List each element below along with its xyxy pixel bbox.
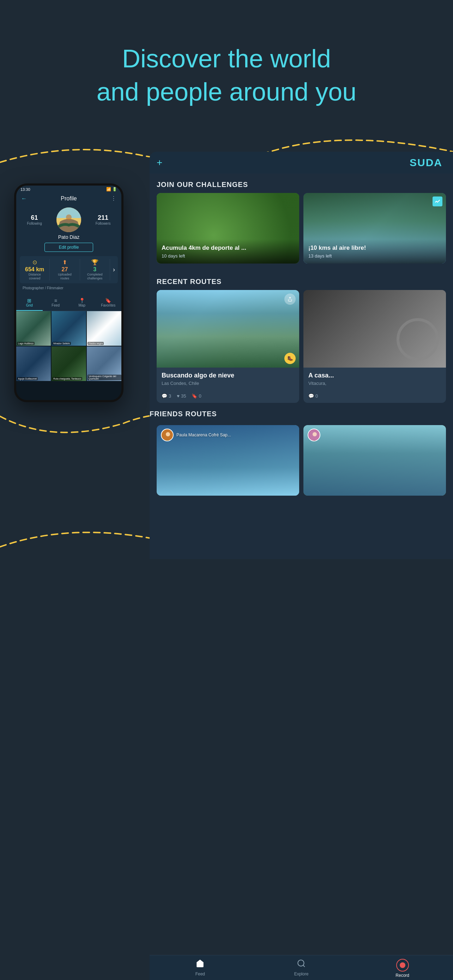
phone-mockup: 13:30 📶 🔋 ← Profile ⋮ 61 Following <box>14 183 124 402</box>
photo-label-6: Ventisquero Colgante del Quehulet <box>87 375 121 380</box>
distance-label: Distancecovered <box>20 273 49 280</box>
routes-row: 🥾 Buscando algo de nieve Las Condes, Chi… <box>149 290 453 410</box>
comment-icon: 💬 <box>162 393 167 399</box>
phone-status-bar: 13:30 📶 🔋 <box>16 186 121 193</box>
tab-feed[interactable]: ≡ Feed <box>43 295 69 311</box>
tab-favorites-label: Favorites <box>101 303 115 307</box>
route-1-title: Buscando algo de nieve <box>162 372 294 379</box>
friend-2-header <box>304 425 446 445</box>
friend-1-header: Paula Macarena Cofré Sap... <box>157 425 299 445</box>
following-count: 61 <box>27 214 41 221</box>
photo-ventisquero[interactable]: Ventisquero Colgante del Quehulet <box>87 347 121 381</box>
challenge-2-overlay: ¡10 kms al aire libre! 13 days left <box>304 239 446 264</box>
followers-count: 211 <box>95 214 111 221</box>
photo-lago-huillinco[interactable]: Lago Huillinco <box>16 311 51 346</box>
recent-routes-title: RECENT ROUTES <box>149 270 453 290</box>
route-2-comments: 💬 0 <box>308 393 318 399</box>
grid-icon: ⊞ <box>17 298 41 303</box>
tab-map[interactable]: 📍 Map <box>69 295 95 311</box>
route-2-image <box>304 290 446 368</box>
phone-tabs: ⊞ Grid ≡ Feed 📍 Map 🔖 Favorites <box>16 295 121 311</box>
hero-title: Discover the world and people around you <box>14 42 439 108</box>
route-1-share-button[interactable] <box>285 294 296 305</box>
phone-frame: 13:30 📶 🔋 ← Profile ⋮ 61 Following <box>14 183 124 402</box>
route-2-location: Vitacura, <box>308 381 441 386</box>
challenge-1-overlay: Acumula 4km de deporte al ... 10 days le… <box>157 239 299 264</box>
route-card-2[interactable]: A casa... Vitacura, 💬 0 <box>304 290 446 403</box>
friends-row: Paula Macarena Cofré Sap... <box>149 425 453 496</box>
svg-point-2 <box>66 215 72 220</box>
like-icon: ♥ <box>177 393 180 399</box>
challenges-row: Acumula 4km de deporte al ... 10 days le… <box>149 193 453 270</box>
svg-point-4 <box>166 432 170 436</box>
upload-icon: ⬆ <box>50 259 79 266</box>
distance-metric: ⊙ 654 km Distancecovered <box>20 259 50 280</box>
bookmark-icon: 🔖 <box>192 393 197 399</box>
challenge-2-title: ¡10 kms al aire libre! <box>308 244 441 252</box>
route-1-likes: ♥ 35 <box>177 393 186 399</box>
challenge-1-title: Acumula 4km de deporte al ... <box>162 244 294 252</box>
tab-feed-label: Feed <box>51 303 60 307</box>
challenges-metric: 🏆 3 Completedchallenges <box>80 259 110 280</box>
tab-grid-label: Grid <box>26 303 33 307</box>
friend-1-name: Paula Macarena Cofré Sap... <box>176 433 231 438</box>
favorites-icon: 🔖 <box>97 298 120 303</box>
edit-profile-button[interactable]: Edit profile <box>45 243 94 252</box>
followers-label: Followers <box>95 221 111 226</box>
svg-point-6 <box>313 432 317 436</box>
route-2-info: A casa... Vitacura, 💬 0 <box>304 368 446 403</box>
route-1-type-badge: 🥾 <box>285 353 296 364</box>
following-stat: 61 Following <box>27 214 41 226</box>
bio-text: Photographer / Filmmaker <box>20 285 118 291</box>
friends-title-text: FRIENDS ROUTES <box>149 410 217 418</box>
route-card-1[interactable]: 🥾 Buscando algo de nieve Las Condes, Chi… <box>157 290 299 403</box>
profile-stats-row: 61 Following 211 Followers <box>20 207 118 232</box>
photo-mirador-selkirk[interactable]: Mirador Selkirk <box>51 311 86 346</box>
app-scroll-content: JOIN OUR CHALLENGES Acumula 4km de depor… <box>149 173 453 559</box>
following-label: Following <box>27 221 41 226</box>
uploads-label: Uploadedroutes <box>50 273 79 280</box>
friend-card-2[interactable] <box>304 425 446 496</box>
photo-piedra-negra[interactable]: Piedra negra <box>87 311 121 346</box>
uploads-value: 27 <box>50 266 79 273</box>
challenge-card-1[interactable]: Acumula 4km de deporte al ... 10 days le… <box>157 193 299 264</box>
route-1-stats: 💬 3 ♥ 35 🔖 0 <box>162 390 294 399</box>
back-icon[interactable]: ← <box>21 196 27 202</box>
challenges-label: Completedchallenges <box>80 273 110 280</box>
distance-icon: ⊙ <box>20 259 49 266</box>
distance-value: 654 km <box>20 266 49 273</box>
metrics-chevron[interactable]: › <box>110 259 118 280</box>
friend-1-avatar <box>161 429 173 441</box>
profile-title: Profile <box>61 196 76 202</box>
route-1-comments: 💬 3 <box>162 393 171 399</box>
friend-2-avatar <box>308 429 320 441</box>
followers-stat: 211 Followers <box>95 214 111 226</box>
photo-label-4: Aguja Guillaumet <box>17 377 38 380</box>
challenge-card-2[interactable]: ¡10 kms al aire libre! 13 days left <box>304 193 446 264</box>
hero-section: Discover the world and people around you <box>0 0 453 129</box>
photo-label-3: Piedra negra <box>87 342 104 345</box>
comment-icon-2: 💬 <box>308 393 314 399</box>
tab-grid[interactable]: ⊞ Grid <box>16 295 43 311</box>
app-plus-button[interactable]: + <box>157 157 162 168</box>
hero-title-line1: Discover the world <box>122 45 331 73</box>
avatar[interactable] <box>56 207 81 232</box>
photo-ruta-chaiguata[interactable]: Ruta chaiguata, Tantauco <box>51 347 86 381</box>
challenges-section-title: JOIN OUR CHALLENGES <box>149 173 453 193</box>
friend-card-1[interactable]: Paula Macarena Cofré Sap... <box>157 425 299 496</box>
route-1-info: Buscando algo de nieve Las Condes, Chile… <box>157 368 299 403</box>
uploads-metric: ⬆ 27 Uploadedroutes <box>50 259 80 280</box>
photo-label-5: Ruta chaiguata, Tantauco <box>52 377 82 380</box>
route-1-image: 🥾 <box>157 290 299 368</box>
profile-section: 61 Following 211 Followers <box>16 204 121 295</box>
photo-aguja-guillaumet[interactable]: Aguja Guillaumet <box>16 347 51 381</box>
menu-icon[interactable]: ⋮ <box>111 195 116 202</box>
route-2-title: A casa... <box>308 372 441 379</box>
challenges-value: 3 <box>80 266 110 273</box>
photo-grid: Lago Huillinco Mirador Selkirk Piedra ne… <box>16 311 121 381</box>
user-name: Pato Diaz <box>58 234 80 240</box>
feed-icon: ≡ <box>44 298 68 303</box>
photo-label-1: Lago Huillinco <box>17 342 35 345</box>
tab-favorites[interactable]: 🔖 Favorites <box>95 295 122 311</box>
route-2-stats: 💬 0 <box>308 390 441 399</box>
